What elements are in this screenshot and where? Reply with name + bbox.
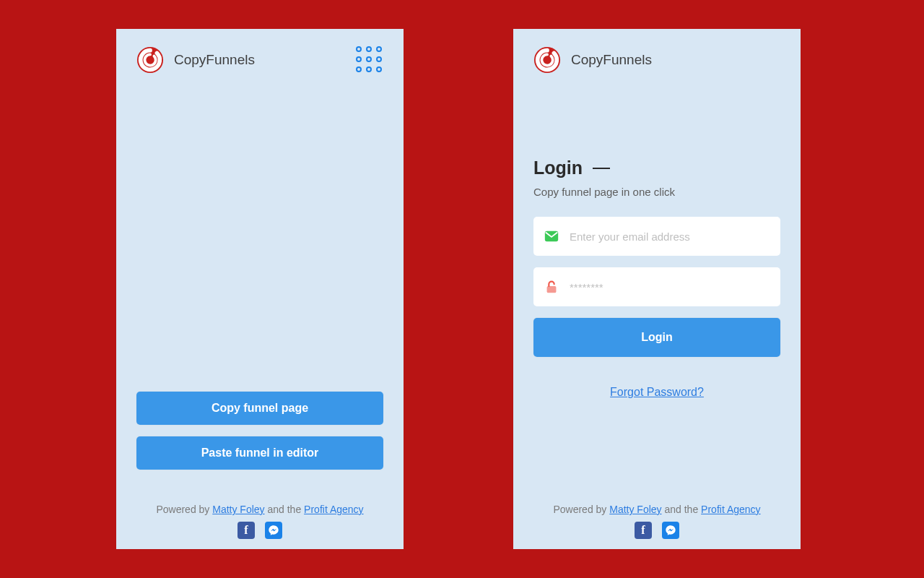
footer-text: Powered by Matty Foley and the Profit Ag… <box>553 504 760 515</box>
action-buttons: Copy funnel page Paste funnel in editor <box>136 392 383 470</box>
messenger-icon[interactable] <box>662 522 679 539</box>
footer-link-agency[interactable]: Profit Agency <box>701 504 761 515</box>
password-input-wrap <box>533 267 780 306</box>
footer-link-author[interactable]: Matty Foley <box>212 504 264 515</box>
login-title: Login <box>533 158 583 178</box>
brand-name: CopyFunnels <box>571 52 652 68</box>
header: CopyFunnels <box>116 29 404 74</box>
email-input-wrap <box>533 217 780 256</box>
messenger-icon[interactable] <box>265 522 282 539</box>
social-icons: f <box>513 522 801 539</box>
facebook-icon[interactable]: f <box>635 522 652 539</box>
footer: Powered by Matty Foley and the Profit Ag… <box>513 504 801 539</box>
login-subtitle: Copy funnel page in one click <box>533 186 780 198</box>
footer-link-agency[interactable]: Profit Agency <box>304 504 364 515</box>
forgot-password: Forgot Password? <box>533 386 780 399</box>
title-dash-icon <box>593 168 610 169</box>
mail-icon <box>544 228 559 244</box>
svg-rect-3 <box>547 286 557 293</box>
menu-grid-icon[interactable] <box>356 46 383 74</box>
email-input[interactable] <box>570 230 770 243</box>
social-icons: f <box>116 522 404 539</box>
password-input[interactable] <box>570 281 770 293</box>
app-logo-icon <box>533 46 561 74</box>
footer: Powered by Matty Foley and the Profit Ag… <box>116 504 404 539</box>
paste-funnel-button[interactable]: Paste funnel in editor <box>136 436 383 470</box>
main-actions-card: CopyFunnels Copy funnel page Paste funne… <box>116 29 404 549</box>
login-card: CopyFunnels Login Copy funnel page in on… <box>513 29 801 549</box>
copy-funnel-button[interactable]: Copy funnel page <box>136 392 383 425</box>
login-button[interactable]: Login <box>533 318 780 357</box>
lock-icon <box>544 279 559 295</box>
login-title-row: Login <box>533 158 780 178</box>
footer-link-author[interactable]: Matty Foley <box>609 504 661 515</box>
footer-text: Powered by Matty Foley and the Profit Ag… <box>156 504 363 515</box>
header: CopyFunnels <box>513 29 801 74</box>
forgot-password-link[interactable]: Forgot Password? <box>610 386 704 398</box>
login-form: Login Copy funnel page in one click Logi… <box>513 158 801 399</box>
brand: CopyFunnels <box>533 46 652 74</box>
brand: CopyFunnels <box>136 46 255 74</box>
facebook-icon[interactable]: f <box>237 522 255 539</box>
app-logo-icon <box>136 46 164 74</box>
brand-name: CopyFunnels <box>174 52 255 68</box>
